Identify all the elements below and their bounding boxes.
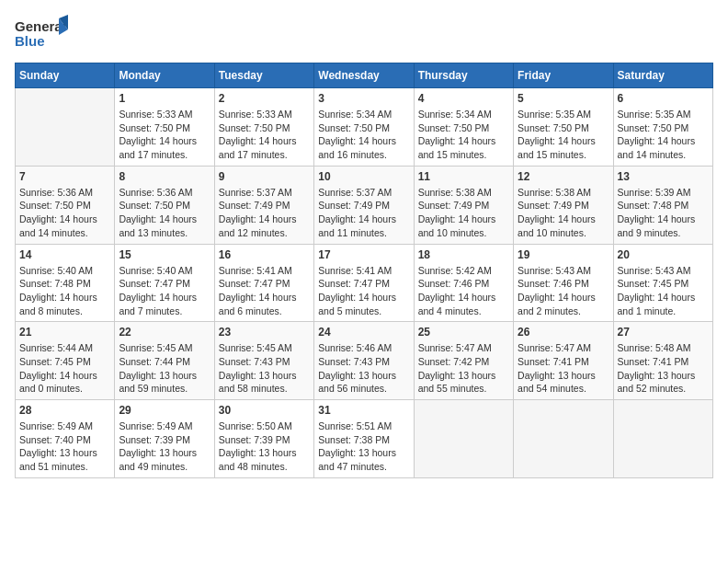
calendar-cell: 24Sunrise: 5:46 AM Sunset: 7:43 PM Dayli… (314, 322, 414, 400)
weekday-header-friday: Friday (514, 63, 613, 88)
calendar-cell: 31Sunrise: 5:51 AM Sunset: 7:38 PM Dayli… (314, 400, 414, 478)
week-row-4: 21Sunrise: 5:44 AM Sunset: 7:45 PM Dayli… (16, 322, 713, 400)
day-info: Sunrise: 5:44 AM Sunset: 7:45 PM Dayligh… (19, 341, 110, 396)
day-number: 24 (318, 326, 409, 339)
week-row-1: 1Sunrise: 5:33 AM Sunset: 7:50 PM Daylig… (16, 88, 713, 167)
day-info: Sunrise: 5:35 AM Sunset: 7:50 PM Dayligh… (518, 108, 609, 162)
weekday-header-saturday: Saturday (613, 63, 712, 88)
day-info: Sunrise: 5:36 AM Sunset: 7:50 PM Dayligh… (19, 186, 110, 240)
day-info: Sunrise: 5:40 AM Sunset: 7:48 PM Dayligh… (19, 264, 110, 318)
calendar-cell: 26Sunrise: 5:47 AM Sunset: 7:41 PM Dayli… (514, 322, 613, 400)
day-number: 20 (618, 248, 709, 261)
calendar-cell: 11Sunrise: 5:38 AM Sunset: 7:49 PM Dayli… (414, 166, 513, 244)
day-number: 12 (518, 170, 609, 183)
day-number: 17 (318, 248, 409, 261)
day-number: 30 (219, 404, 310, 417)
day-number: 28 (19, 404, 110, 417)
calendar-cell: 5Sunrise: 5:35 AM Sunset: 7:50 PM Daylig… (514, 88, 613, 167)
day-info: Sunrise: 5:41 AM Sunset: 7:47 PM Dayligh… (219, 264, 310, 318)
week-row-2: 7Sunrise: 5:36 AM Sunset: 7:50 PM Daylig… (16, 166, 713, 244)
svg-text:Blue: Blue (15, 33, 45, 49)
day-info: Sunrise: 5:49 AM Sunset: 7:39 PM Dayligh… (119, 419, 210, 474)
day-info: Sunrise: 5:37 AM Sunset: 7:49 PM Dayligh… (318, 186, 409, 240)
svg-text:General: General (15, 18, 66, 34)
day-number: 7 (19, 170, 110, 183)
day-number: 6 (618, 92, 709, 105)
calendar-cell (514, 400, 613, 478)
calendar-cell: 30Sunrise: 5:50 AM Sunset: 7:39 PM Dayli… (214, 400, 313, 478)
day-info: Sunrise: 5:36 AM Sunset: 7:50 PM Dayligh… (119, 186, 210, 240)
day-number: 23 (219, 326, 310, 339)
week-row-5: 28Sunrise: 5:49 AM Sunset: 7:40 PM Dayli… (16, 400, 713, 478)
calendar-cell: 27Sunrise: 5:48 AM Sunset: 7:41 PM Dayli… (613, 322, 712, 400)
day-number: 19 (518, 248, 609, 261)
day-info: Sunrise: 5:34 AM Sunset: 7:50 PM Dayligh… (418, 108, 509, 162)
calendar-cell: 19Sunrise: 5:43 AM Sunset: 7:46 PM Dayli… (514, 244, 613, 322)
day-info: Sunrise: 5:50 AM Sunset: 7:39 PM Dayligh… (219, 419, 310, 474)
day-info: Sunrise: 5:33 AM Sunset: 7:50 PM Dayligh… (219, 108, 310, 162)
calendar-cell: 10Sunrise: 5:37 AM Sunset: 7:49 PM Dayli… (314, 166, 414, 244)
day-info: Sunrise: 5:43 AM Sunset: 7:45 PM Dayligh… (618, 264, 709, 318)
calendar-table: SundayMondayTuesdayWednesdayThursdayFrid… (15, 63, 713, 478)
weekday-header-monday: Monday (115, 63, 214, 88)
calendar-cell: 28Sunrise: 5:49 AM Sunset: 7:40 PM Dayli… (16, 400, 115, 478)
calendar-cell: 22Sunrise: 5:45 AM Sunset: 7:44 PM Dayli… (115, 322, 214, 400)
page-header: GeneralBlue (15, 15, 713, 55)
calendar-cell: 9Sunrise: 5:37 AM Sunset: 7:49 PM Daylig… (214, 166, 313, 244)
day-number: 9 (219, 170, 310, 183)
day-number: 3 (318, 92, 409, 105)
week-row-3: 14Sunrise: 5:40 AM Sunset: 7:48 PM Dayli… (16, 244, 713, 322)
calendar-cell: 21Sunrise: 5:44 AM Sunset: 7:45 PM Dayli… (16, 322, 115, 400)
calendar-cell (16, 88, 115, 167)
calendar-cell: 17Sunrise: 5:41 AM Sunset: 7:47 PM Dayli… (314, 244, 414, 322)
day-number: 10 (318, 170, 409, 183)
logo: GeneralBlue (15, 15, 70, 55)
calendar-cell (414, 400, 513, 478)
day-number: 5 (518, 92, 609, 105)
day-info: Sunrise: 5:51 AM Sunset: 7:38 PM Dayligh… (318, 419, 409, 474)
day-info: Sunrise: 5:38 AM Sunset: 7:49 PM Dayligh… (518, 186, 609, 240)
weekday-header-tuesday: Tuesday (214, 63, 313, 88)
weekday-header-sunday: Sunday (16, 63, 115, 88)
day-number: 8 (119, 170, 210, 183)
day-number: 1 (119, 92, 210, 105)
day-info: Sunrise: 5:45 AM Sunset: 7:43 PM Dayligh… (219, 341, 310, 396)
day-info: Sunrise: 5:43 AM Sunset: 7:46 PM Dayligh… (518, 264, 609, 318)
weekday-header-thursday: Thursday (414, 63, 513, 88)
day-number: 15 (119, 248, 210, 261)
day-info: Sunrise: 5:49 AM Sunset: 7:40 PM Dayligh… (19, 419, 110, 474)
day-number: 29 (119, 404, 210, 417)
calendar-cell: 29Sunrise: 5:49 AM Sunset: 7:39 PM Dayli… (115, 400, 214, 478)
weekday-header-row: SundayMondayTuesdayWednesdayThursdayFrid… (16, 63, 713, 88)
day-number: 22 (119, 326, 210, 339)
day-number: 2 (219, 92, 310, 105)
day-number: 18 (418, 248, 509, 261)
calendar-cell: 12Sunrise: 5:38 AM Sunset: 7:49 PM Dayli… (514, 166, 613, 244)
calendar-cell: 1Sunrise: 5:33 AM Sunset: 7:50 PM Daylig… (115, 88, 214, 167)
calendar-cell: 7Sunrise: 5:36 AM Sunset: 7:50 PM Daylig… (16, 166, 115, 244)
calendar-cell: 2Sunrise: 5:33 AM Sunset: 7:50 PM Daylig… (214, 88, 313, 167)
day-info: Sunrise: 5:34 AM Sunset: 7:50 PM Dayligh… (318, 108, 409, 162)
day-number: 31 (318, 404, 409, 417)
day-info: Sunrise: 5:39 AM Sunset: 7:48 PM Dayligh… (618, 186, 709, 240)
day-info: Sunrise: 5:47 AM Sunset: 7:41 PM Dayligh… (518, 341, 609, 396)
calendar-cell: 15Sunrise: 5:40 AM Sunset: 7:47 PM Dayli… (115, 244, 214, 322)
calendar-cell (613, 400, 712, 478)
calendar-cell: 3Sunrise: 5:34 AM Sunset: 7:50 PM Daylig… (314, 88, 414, 167)
day-info: Sunrise: 5:37 AM Sunset: 7:49 PM Dayligh… (219, 186, 310, 240)
day-number: 16 (219, 248, 310, 261)
calendar-cell: 25Sunrise: 5:47 AM Sunset: 7:42 PM Dayli… (414, 322, 513, 400)
day-number: 4 (418, 92, 509, 105)
day-number: 14 (19, 248, 110, 261)
weekday-header-wednesday: Wednesday (314, 63, 414, 88)
calendar-cell: 20Sunrise: 5:43 AM Sunset: 7:45 PM Dayli… (613, 244, 712, 322)
calendar-cell: 16Sunrise: 5:41 AM Sunset: 7:47 PM Dayli… (214, 244, 313, 322)
calendar-cell: 23Sunrise: 5:45 AM Sunset: 7:43 PM Dayli… (214, 322, 313, 400)
calendar-cell: 6Sunrise: 5:35 AM Sunset: 7:50 PM Daylig… (613, 88, 712, 167)
day-number: 11 (418, 170, 509, 183)
day-info: Sunrise: 5:35 AM Sunset: 7:50 PM Dayligh… (618, 108, 709, 162)
day-info: Sunrise: 5:42 AM Sunset: 7:46 PM Dayligh… (418, 264, 509, 318)
day-info: Sunrise: 5:47 AM Sunset: 7:42 PM Dayligh… (418, 341, 509, 396)
day-number: 13 (618, 170, 709, 183)
day-info: Sunrise: 5:48 AM Sunset: 7:41 PM Dayligh… (618, 341, 709, 396)
